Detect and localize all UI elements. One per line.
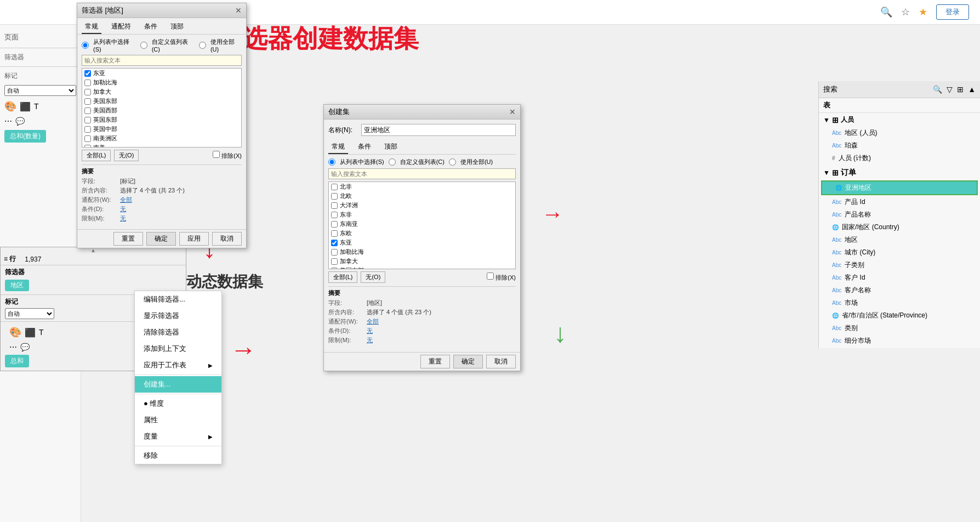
list-item[interactable]: 加拿大 [329,257,515,266]
list-item[interactable]: 美国西部 [82,106,241,115]
list-item[interactable]: 东亚 [82,69,241,78]
field-asia-region[interactable]: 🌐 亚洲地区 [822,181,977,194]
field-region[interactable]: Abc 地区 [819,234,980,246]
cancel-btn[interactable]: 取消 [212,232,242,246]
create-radio-custom[interactable] [389,158,396,166]
menu-create-set[interactable]: 创建集... [135,376,221,393]
list-item[interactable]: 北非 [329,182,515,191]
field-product-name[interactable]: Abc 产品名称 [819,208,980,221]
field-state[interactable]: 🌐 省/市/自治区 (State/Province) [819,309,980,322]
all-btn[interactable]: 全部(L) [82,150,111,161]
exclude-label[interactable]: 排除(X) [213,151,242,160]
create-none-btn[interactable]: 无(O) [361,271,385,283]
tab-top[interactable]: 顶部 [167,20,187,34]
sum-badge[interactable]: 总和(数量) [4,130,46,143]
radio-from-list[interactable] [82,42,89,49]
color-icon[interactable]: 🎨 [4,100,16,112]
auto-select-bottom[interactable]: 自动 [5,308,54,319]
tab-condition[interactable]: 条件 [141,20,161,34]
menu-add-context[interactable]: 添加到上下文 [135,341,221,357]
field-city[interactable]: Abc 城市 (City) [819,246,980,259]
field-person[interactable]: Abc 珀森 [819,139,980,152]
radio-use-all[interactable] [199,42,206,49]
tab-general[interactable]: 常规 [82,20,101,34]
list-item[interactable]: 英国东部 [82,115,241,124]
list-item[interactable]: 东非 [329,210,515,219]
auto-select[interactable]: 自动 [4,85,76,96]
create-confirm-btn[interactable]: 确定 [453,355,483,368]
none-btn[interactable]: 无(O) [114,150,139,161]
size-icon[interactable]: ⬛ [20,101,31,112]
create-list[interactable]: 北非 北欧 大洋洲 东非 东南亚 东欧 东亚 加勒比海 加拿大 美国东部 美国西… [328,181,516,269]
field-customer-id[interactable]: Abc 客户 Id [819,271,980,284]
create-tab-general[interactable]: 常规 [328,140,348,154]
field-segment[interactable]: Abc 细分市场 [819,334,980,347]
text-icon-b[interactable]: T [39,328,44,337]
menu-clear-filter[interactable]: 清除筛选器 [135,324,221,341]
field-customer-name[interactable]: Abc 客户名称 [819,284,980,297]
detail-icon[interactable]: ⋯ [4,117,12,126]
list-item[interactable]: 加勒比海 [82,78,241,87]
star-filled-icon[interactable]: ★ [919,6,927,18]
create-tab-top[interactable]: 顶部 [381,140,401,154]
list-item[interactable]: 南美洲区 [82,134,241,143]
menu-show-filter[interactable]: 显示筛选器 [135,308,221,324]
reset-btn[interactable]: 重置 [113,232,143,246]
list-item[interactable]: 东南亚 [329,219,515,229]
field-market[interactable]: Abc 市场 [819,297,980,309]
list-item[interactable]: 英国中部 [82,124,241,134]
menu-measure[interactable]: 度量 ▶ [135,428,221,445]
search-icon[interactable]: 🔍 [880,6,892,18]
menu-dimension[interactable]: ● 维度 [135,395,221,412]
create-radio-list[interactable] [328,158,335,166]
create-tab-condition[interactable]: 条件 [355,140,374,154]
filter-dialog-close[interactable]: ✕ [235,6,242,15]
name-input[interactable] [361,124,516,136]
create-set-close[interactable]: ✕ [509,107,516,116]
list-item[interactable]: 南美 [82,143,241,147]
field-subcategory[interactable]: Abc 子类别 [819,259,980,271]
chevron-up-icon[interactable]: ▲ [968,85,976,94]
list-item[interactable]: 美国东部 [82,97,241,106]
list-item[interactable]: 东亚 [329,238,515,247]
list-item[interactable]: 北欧 [329,191,515,201]
list-item[interactable]: 东欧 [329,229,515,238]
create-search-input[interactable] [328,168,516,179]
create-reset-btn[interactable]: 重置 [420,355,450,368]
text-icon[interactable]: T [34,102,39,111]
create-exclude-checkbox[interactable] [487,273,494,280]
exclude-checkbox[interactable] [213,151,220,158]
grid-icon-right[interactable]: ⊞ [957,85,964,94]
create-radio-all[interactable] [449,158,456,166]
field-country[interactable]: 🌐 国家/地区 (Country) [819,221,980,234]
list-item[interactable]: 美国东部 [329,266,515,269]
list-item[interactable]: 加勒比海 [329,247,515,257]
list-item[interactable]: 加拿大 [82,87,241,97]
filter-badge[interactable]: 地区 [5,280,29,291]
tooltip-icon[interactable]: 💬 [15,117,25,126]
field-region-people[interactable]: Abc 地区 (人员) [819,127,980,139]
list-item[interactable]: 大洋洲 [329,201,515,210]
create-all-btn[interactable]: 全部(L) [328,271,357,283]
create-cancel-btn[interactable]: 取消 [486,355,516,368]
confirm-btn[interactable]: 确定 [146,232,176,246]
menu-apply-sheet[interactable]: 应用于工作表 ▶ [135,357,221,373]
tooltip-icon-b[interactable]: 💬 [20,343,30,351]
field-category[interactable]: Abc 类别 [819,322,980,334]
filter-list[interactable]: 东亚 加勒比海 加拿大 美国东部 美国西部 英国东部 英国中部 南美洲区 南美 … [82,68,242,147]
filter-search-input[interactable] [82,55,242,66]
field-product-id[interactable]: Abc 产品 Id [819,196,980,208]
login-button[interactable]: 登录 [936,4,969,20]
field-people-count[interactable]: # 人员 (计数) [819,152,980,164]
filter-icon-right[interactable]: ▽ [947,85,953,94]
radio-custom-list[interactable] [140,42,147,49]
menu-attribute[interactable]: 属性 [135,412,221,428]
menu-edit-filter[interactable]: 编辑筛选器... [135,291,221,308]
create-exclude-label[interactable]: 排除(X) [487,273,516,282]
color-icon-b[interactable]: 🎨 [9,326,21,338]
sum-badge-b[interactable]: 总和 [5,355,29,367]
apply-btn[interactable]: 应用 [179,232,209,246]
size-icon-b[interactable]: ⬛ [25,327,36,338]
search-icon-right[interactable]: 🔍 [933,85,942,94]
menu-remove[interactable]: 移除 [135,447,221,464]
